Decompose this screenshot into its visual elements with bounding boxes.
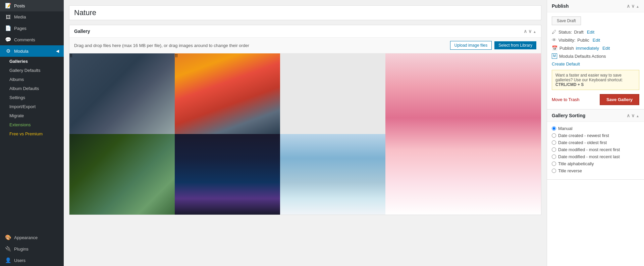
sort-radio-title-alpha[interactable]	[552, 162, 556, 166]
gallery-sorting-body: Manual Date created - newest first Date …	[547, 122, 644, 179]
sort-label-date-mod-last: Date modified - most recent last	[558, 154, 620, 159]
sidebar-sub-extensions[interactable]: Extensions	[0, 120, 64, 129]
publish-edit-link[interactable]: Edit	[602, 46, 610, 51]
modula-defaults-row: M Modula Defaults Actions	[552, 53, 639, 59]
sort-label-date-newest: Date created - newest first	[558, 133, 609, 138]
sidebar-item-plugins[interactable]: 🔌 Plugins	[0, 243, 64, 255]
sidebar: 📝 Posts 🖼 Media 📄 Pages 💬 Comments ⚙ Mod…	[0, 0, 64, 266]
move-to-trash-button[interactable]: Move to Trash	[552, 97, 579, 102]
status-icon: 🖊	[552, 29, 556, 35]
save-gallery-button[interactable]: Save Gallery	[600, 94, 639, 105]
publish-header-controls	[627, 3, 639, 9]
gallery-image-2[interactable]: ⠿	[175, 53, 280, 134]
sorting-minimize[interactable]	[636, 113, 639, 118]
sidebar-item-label: Users	[14, 258, 25, 263]
media-icon: 🖼	[5, 14, 11, 20]
plugins-icon: 🔌	[5, 246, 11, 252]
sort-option-manual[interactable]: Manual	[552, 126, 639, 131]
publish-title: Publish	[552, 3, 624, 9]
sort-radio-title-reverse[interactable]	[552, 169, 556, 173]
sidebar-sub-galleries[interactable]: Galleries	[0, 57, 64, 66]
publish-date-row: 📅 Publish immediately Edit	[552, 45, 639, 51]
save-draft-button[interactable]: Save Draft	[552, 16, 581, 25]
sidebar-sub-gallery-defaults[interactable]: Gallery Defaults	[0, 66, 64, 75]
gallery-image-1[interactable]: ⠿	[69, 53, 175, 134]
publish-collapse-down[interactable]	[631, 3, 635, 9]
sorting-collapse-up[interactable]	[627, 113, 630, 118]
sort-radio-date-mod-first[interactable]	[552, 147, 556, 152]
publish-widget: Publish Save Draft 🖊 Status: Draft Edit …	[547, 0, 644, 109]
sort-radio-manual[interactable]	[552, 126, 556, 131]
sidebar-item-posts[interactable]: 📝 Posts	[0, 0, 64, 11]
sort-option-date-newest[interactable]: Date created - newest first	[552, 133, 639, 138]
sidebar-item-media[interactable]: 🖼 Media	[0, 11, 64, 23]
gallery-toolbar: Drag and drop files here (max 16 MB per …	[69, 38, 541, 53]
sort-radio-date-mod-last[interactable]	[552, 154, 556, 159]
publish-collapse-up[interactable]	[627, 3, 630, 9]
gallery-sorting-controls	[627, 113, 639, 118]
sort-option-date-mod-last[interactable]: Date modified - most recent last	[552, 154, 639, 159]
status-row: 🖊 Status: Draft Edit	[552, 29, 639, 35]
keyboard-hint-text: Want a faster and easier way to save gal…	[555, 73, 623, 82]
sidebar-sub-album-defaults[interactable]: Album Defaults	[0, 84, 64, 93]
modula-defaults-icon: M	[552, 53, 557, 59]
gallery-title-input[interactable]	[74, 8, 536, 17]
appearance-icon: 🎨	[5, 234, 11, 240]
sidebar-sub-settings[interactable]: Settings	[0, 93, 64, 102]
gallery-image-4[interactable]	[69, 134, 175, 215]
gallery-panel-title: Gallery	[74, 29, 520, 34]
create-default-link[interactable]: Create Default	[552, 61, 639, 66]
gallery-panel-collapse-down[interactable]	[528, 29, 532, 34]
sort-radio-date-newest[interactable]	[552, 133, 556, 138]
posts-icon: 📝	[5, 3, 11, 9]
sort-label-title-alpha: Title alphabetically	[558, 161, 594, 166]
sort-label-title-reverse: Title reverse	[558, 168, 582, 173]
publish-minimize[interactable]	[636, 3, 639, 9]
sort-option-date-oldest[interactable]: Date created - oldest first	[552, 140, 639, 145]
sidebar-item-comments[interactable]: 💬 Comments	[0, 34, 64, 45]
sort-option-date-mod-first[interactable]: Date modified - most recent first	[552, 147, 639, 152]
gallery-image-6[interactable]	[280, 134, 385, 215]
sort-option-title-reverse[interactable]: Title reverse	[552, 168, 639, 173]
gallery-image-5[interactable]	[175, 134, 280, 215]
sidebar-item-modula[interactable]: ⚙ Modula ◀	[0, 45, 64, 57]
sidebar-sub-import-export[interactable]: Import/Export	[0, 102, 64, 111]
visibility-edit-link[interactable]: Edit	[593, 38, 600, 43]
publish-action-row: Move to Trash Save Gallery	[552, 94, 639, 105]
sort-label-date-mod-first: Date modified - most recent first	[558, 147, 620, 152]
upload-image-files-button[interactable]: Upload image files	[450, 41, 492, 50]
sort-radio-date-oldest[interactable]	[552, 140, 556, 145]
modula-submenu: Galleries Gallery Defaults Albums Album …	[0, 57, 64, 138]
gallery-image-3[interactable]	[280, 53, 385, 134]
sidebar-item-users[interactable]: 👤 Users	[0, 255, 64, 266]
select-from-library-button[interactable]: Select from Library	[494, 41, 536, 49]
gallery-panel-minimize[interactable]	[533, 29, 536, 34]
sidebar-item-label: Appearance	[14, 235, 38, 240]
sidebar-item-pages[interactable]: 📄 Pages	[0, 23, 64, 34]
sidebar-item-label: Media	[14, 14, 26, 19]
gallery-sorting-title: Gallery Sorting	[552, 113, 624, 118]
sidebar-item-appearance[interactable]: 🎨 Appearance	[0, 232, 64, 243]
keyboard-hint: Want a faster and easier way to save gal…	[552, 70, 639, 90]
gallery-image-large[interactable]	[385, 53, 541, 215]
sort-option-title-alpha[interactable]: Title alphabetically	[552, 161, 639, 166]
sort-label-manual: Manual	[558, 126, 573, 131]
gallery-panel-collapse-up[interactable]	[524, 29, 527, 34]
users-icon: 👤	[5, 257, 11, 263]
sidebar-item-label: Pages	[14, 26, 26, 31]
gallery-top-row: ⠿ ⠿	[69, 53, 385, 134]
gallery-panel-header: Gallery	[69, 25, 541, 38]
sidebar-item-label: Modula	[14, 49, 29, 54]
publish-widget-header: Publish	[547, 0, 644, 12]
sidebar-sub-migrate[interactable]: Migrate	[0, 111, 64, 120]
gallery-sorting-widget: Gallery Sorting Manual Date created - ne…	[547, 109, 644, 180]
gallery-sorting-header: Gallery Sorting	[547, 109, 644, 122]
gallery-left-columns: ⠿ ⠿	[69, 53, 385, 215]
status-edit-link[interactable]: Edit	[587, 30, 594, 35]
sidebar-sub-albums[interactable]: Albums	[0, 75, 64, 84]
sidebar-sub-free-vs-premium[interactable]: Free vs Premium	[0, 129, 64, 138]
drag-indicator-1: ⠿	[69, 53, 175, 58]
sorting-collapse-down[interactable]	[631, 113, 635, 118]
modula-defaults-label: Modula Defaults Actions	[559, 54, 606, 59]
sidebar-item-label: Plugins	[14, 247, 29, 252]
